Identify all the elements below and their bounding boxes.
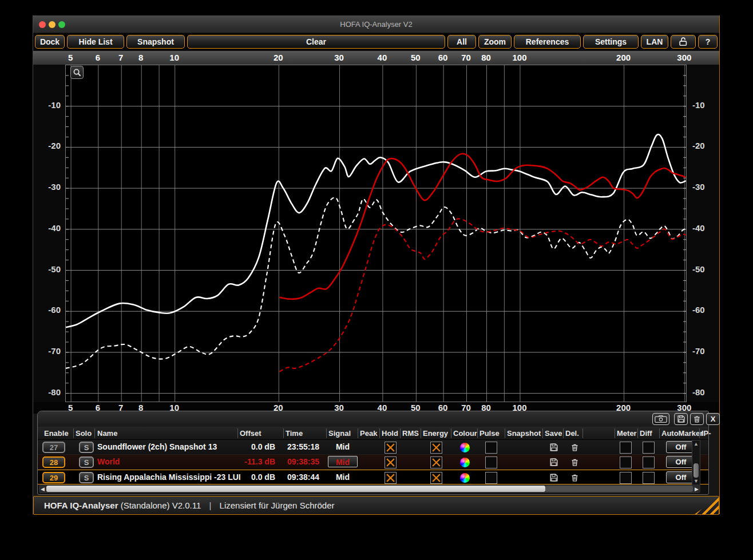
- x-tick-label: 5: [68, 53, 73, 62]
- list-close-button[interactable]: X: [706, 413, 720, 425]
- horizontal-scroll-track[interactable]: [545, 486, 693, 492]
- column-header-rms[interactable]: RMS: [402, 429, 419, 438]
- column-header-time[interactable]: Time: [286, 429, 303, 438]
- curve-white-solid: [66, 134, 686, 327]
- column-header-automarker[interactable]: AutoMarker: [661, 429, 703, 438]
- pulse-checkbox[interactable]: [485, 456, 497, 468]
- close-icon: X: [711, 415, 716, 423]
- solo-button[interactable]: S: [79, 442, 94, 453]
- row-time: 09:38:35: [287, 457, 319, 466]
- solo-button[interactable]: S: [79, 456, 94, 468]
- pulse-checkbox[interactable]: [485, 472, 497, 484]
- list-camera-button[interactable]: [652, 413, 669, 425]
- list-rows: 27 S Soundflower (2ch) Snapshot 13 0.0 d…: [38, 440, 708, 485]
- horizontal-scroll-thumb[interactable]: [46, 486, 545, 492]
- column-header-diff[interactable]: Diff: [640, 429, 652, 438]
- colour-wheel[interactable]: [460, 458, 470, 467]
- table-row[interactable]: 28 S World -11.3 dB 09:38:35 Mid Off: [38, 455, 708, 470]
- meter-checkbox[interactable]: [620, 456, 632, 468]
- resize-handle[interactable]: [695, 497, 719, 514]
- y-tick-label: -50: [33, 264, 61, 274]
- snapshot-button[interactable]: Snapshot: [126, 35, 185, 49]
- column-header-peak[interactable]: Peak: [360, 429, 377, 438]
- diff-checkbox[interactable]: [643, 472, 655, 484]
- help-button[interactable]: ?: [698, 35, 718, 49]
- vertical-scroll-thumb[interactable]: [693, 463, 699, 478]
- meter-checkbox[interactable]: [620, 472, 632, 484]
- hold-checkbox[interactable]: [385, 442, 397, 454]
- trash-icon: [693, 415, 701, 423]
- row-offset[interactable]: 0.0 dB: [218, 442, 275, 451]
- spectrum-plot[interactable]: [65, 65, 687, 402]
- enable-button[interactable]: 27: [42, 442, 65, 453]
- all-button[interactable]: All: [447, 35, 476, 49]
- checkbox-x-icon: [431, 473, 441, 483]
- row-save-button[interactable]: [548, 472, 560, 483]
- energy-checkbox[interactable]: [430, 472, 442, 484]
- header-separator: [400, 428, 401, 438]
- signal-selector[interactable]: Mid: [328, 456, 358, 467]
- column-header-enable[interactable]: Enable: [44, 429, 69, 438]
- row-delete-button[interactable]: [569, 456, 580, 468]
- scroll-left-arrow[interactable]: ◀: [39, 486, 46, 492]
- frequency-axis-top: 56781020304050607080100200300: [33, 51, 719, 65]
- list-delete-button[interactable]: [690, 413, 704, 425]
- column-header-pulse[interactable]: Pulse: [479, 429, 500, 438]
- signal-selector[interactable]: Mid: [328, 442, 358, 451]
- column-header-energy[interactable]: Energy: [423, 429, 448, 438]
- column-header-name[interactable]: Name: [97, 429, 117, 438]
- column-header-colour[interactable]: Colour: [453, 429, 477, 438]
- table-row[interactable]: 29 S Rising Appalachia Mississippi -23 L…: [38, 470, 708, 484]
- lock-button[interactable]: [671, 35, 696, 49]
- enable-button[interactable]: 29: [42, 472, 65, 483]
- row-offset[interactable]: 0.0 dB: [218, 472, 275, 482]
- row-name[interactable]: World: [97, 457, 120, 466]
- scroll-down-arrow[interactable]: ▼: [693, 478, 699, 484]
- energy-checkbox[interactable]: [430, 456, 442, 468]
- colour-wheel[interactable]: [460, 443, 470, 452]
- hold-checkbox[interactable]: [385, 456, 397, 468]
- hide-list-button[interactable]: Hide List: [67, 35, 124, 49]
- enable-button[interactable]: 28: [42, 456, 65, 468]
- column-header-solo[interactable]: Solo: [76, 429, 92, 438]
- column-header-signal[interactable]: Signal: [328, 429, 351, 438]
- header-separator: [421, 428, 421, 438]
- meter-checkbox[interactable]: [620, 442, 632, 454]
- column-header-snapshot[interactable]: Snapshot: [507, 429, 541, 438]
- row-save-button[interactable]: [548, 442, 560, 453]
- column-header-hold[interactable]: Hold: [382, 429, 398, 438]
- pulse-checkbox[interactable]: [485, 442, 497, 454]
- row-name[interactable]: Soundflower (2ch) Snapshot 13: [97, 442, 217, 451]
- column-header-offset[interactable]: Offset: [240, 429, 261, 438]
- row-offset[interactable]: -11.3 dB: [218, 457, 275, 466]
- column-header-save[interactable]: Save: [545, 429, 562, 438]
- main-toolbar: Dock Hide List Snapshot Clear All Zoom R…: [33, 33, 719, 50]
- clear-button[interactable]: Clear: [187, 35, 445, 49]
- diff-checkbox[interactable]: [643, 442, 655, 454]
- magnifier-button[interactable]: [70, 66, 84, 79]
- column-header-meter[interactable]: Meter: [617, 429, 637, 438]
- lan-button[interactable]: LAN: [641, 35, 668, 49]
- diff-checkbox[interactable]: [643, 456, 655, 468]
- vertical-scrollbar[interactable]: ▲ ▼: [692, 440, 700, 485]
- save-icon: [549, 443, 558, 452]
- table-row[interactable]: 27 S Soundflower (2ch) Snapshot 13 0.0 d…: [38, 440, 708, 455]
- hold-checkbox[interactable]: [385, 472, 397, 484]
- settings-button[interactable]: Settings: [583, 35, 639, 49]
- signal-selector[interactable]: Mid: [328, 472, 358, 482]
- row-delete-button[interactable]: [569, 442, 580, 453]
- solo-button[interactable]: S: [79, 472, 94, 483]
- row-save-button[interactable]: [548, 456, 560, 468]
- scroll-right-arrow[interactable]: ▶: [693, 486, 700, 492]
- column-header-del[interactable]: Del.: [565, 429, 579, 438]
- dock-button[interactable]: Dock: [35, 35, 65, 49]
- scroll-up-arrow[interactable]: ▲: [693, 440, 699, 447]
- zoom-button[interactable]: Zoom: [478, 35, 512, 49]
- row-delete-button[interactable]: [569, 472, 580, 483]
- list-save-button[interactable]: [674, 413, 688, 425]
- colour-wheel[interactable]: [460, 473, 470, 483]
- column-header-ip[interactable]: IP-: [702, 429, 711, 438]
- references-button[interactable]: References: [514, 35, 581, 49]
- horizontal-scrollbar[interactable]: ◀ ▶: [39, 484, 700, 493]
- energy-checkbox[interactable]: [430, 442, 442, 454]
